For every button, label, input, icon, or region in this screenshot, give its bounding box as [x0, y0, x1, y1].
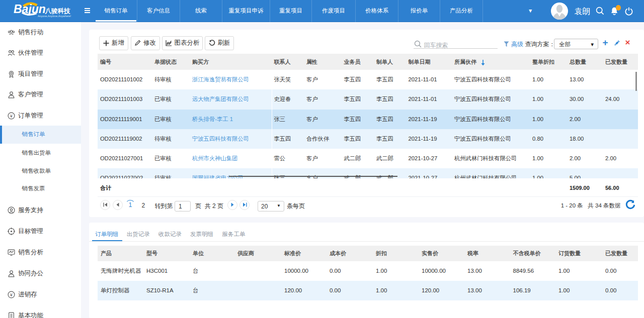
svg-text:¥: ¥: [10, 113, 13, 118]
svg-text:¥: ¥: [10, 292, 13, 297]
svg-text:Bajun: Bajun: [14, 3, 46, 16]
svg-text:八骏科技: 八骏科技: [44, 8, 70, 15]
svg-text:Anyone,Anytime,Anywhere!: Anyone,Anytime,Anywhere!: [38, 15, 71, 18]
